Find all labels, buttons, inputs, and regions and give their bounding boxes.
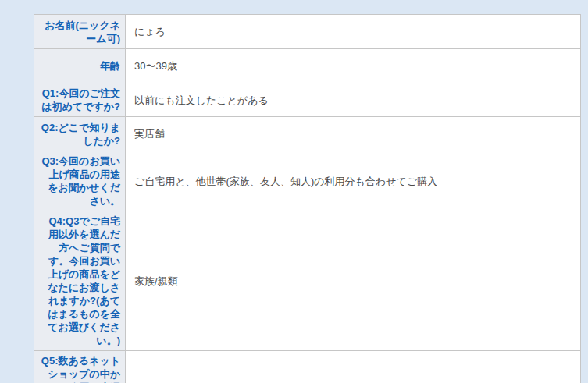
question-label: Q3:今回のお買い上げ商品の用途をお聞かせください。 (34, 151, 126, 211)
survey-row-q5: Q5:数あるネットショップの中から、今回、上澤梅太郎商店でご購入いただいた理由を… (34, 351, 581, 383)
question-label: Q4:Q3でご自宅用以外を選んだ方へご質問です。今回お買い上げの商品をどなたにお… (34, 211, 126, 351)
survey-row-q1: Q1:今回のご注文は初めてですか? 以前にも注文したことがある (34, 83, 581, 117)
answer-value: 以前にも注文したことがある (126, 83, 581, 117)
question-label: 年齢 (34, 49, 126, 83)
answer-value: 家族/親類 (126, 211, 581, 351)
answer-value: 小さいころから食べなれていて、味がわかっているから (126, 351, 581, 383)
answer-value: にょろ (126, 15, 581, 49)
answer-value: 実店舗 (126, 117, 581, 151)
answer-value: 30〜39歳 (126, 49, 581, 83)
survey-row-name: お名前(ニックネーム可) にょろ (34, 15, 581, 49)
answer-value: ご自宅用と、他世帯(家族、友人、知人)の利用分も合わせてご購入 (126, 151, 581, 211)
survey-row-q3: Q3:今回のお買い上げ商品の用途をお聞かせください。 ご自宅用と、他世帯(家族、… (34, 151, 581, 211)
survey-result-page: { "page": { "background_color": "#dbe7f4… (0, 0, 588, 383)
survey-row-q2: Q2:どこで知りましたか? 実店舗 (34, 117, 581, 151)
question-label: Q5:数あるネットショップの中から、今回、上澤梅太郎商店でご購入いただいた理由を… (34, 351, 126, 383)
question-label: Q1:今回のご注文は初めてですか? (34, 83, 126, 117)
survey-results-table: お名前(ニックネーム可) にょろ 年齢 30〜39歳 Q1:今回のご注文は初めて… (34, 14, 581, 383)
survey-row-age: 年齢 30〜39歳 (34, 49, 581, 83)
question-label: Q2:どこで知りましたか? (34, 117, 126, 151)
question-label: お名前(ニックネーム可) (34, 15, 126, 49)
survey-row-q4: Q4:Q3でご自宅用以外を選んだ方へご質問です。今回お買い上げの商品をどなたにお… (34, 211, 581, 351)
